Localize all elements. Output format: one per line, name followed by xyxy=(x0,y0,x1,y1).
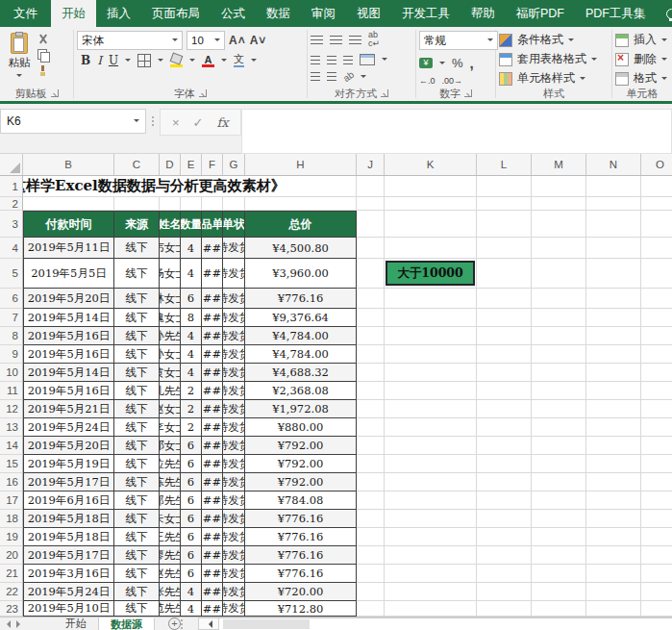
name-box[interactable]: K6 xyxy=(0,109,146,134)
cell[interactable] xyxy=(641,238,672,259)
table-cell[interactable]: ## xyxy=(202,510,223,528)
grow-font-button[interactable]: A˄ xyxy=(229,34,246,47)
cell[interactable] xyxy=(357,455,385,473)
table-cell[interactable]: 邓女士 xyxy=(160,437,181,455)
column-header[interactable]: B xyxy=(23,154,114,175)
table-cell[interactable]: 6 xyxy=(181,289,202,309)
table-cell[interactable]: 6 xyxy=(181,528,202,546)
cell[interactable] xyxy=(477,418,532,437)
cell[interactable] xyxy=(477,400,532,418)
cell[interactable] xyxy=(532,289,586,309)
shrink-font-button[interactable]: A˅ xyxy=(250,34,267,47)
cell[interactable] xyxy=(385,400,477,418)
table-cell[interactable]: 6 xyxy=(181,455,202,473)
cell[interactable] xyxy=(641,528,672,546)
table-cell[interactable]: 赵女士 xyxy=(160,400,181,418)
cell[interactable] xyxy=(532,510,586,528)
table-cell[interactable]: 2019年5月18日 xyxy=(23,510,114,528)
table-cell[interactable]: ## xyxy=(202,437,223,455)
bold-button[interactable]: B xyxy=(81,54,90,67)
cell[interactable] xyxy=(586,510,641,528)
column-header[interactable]: J xyxy=(357,154,385,175)
cell[interactable] xyxy=(641,546,672,565)
phonetic-guide-icon[interactable]: 文 xyxy=(234,54,244,67)
table-cell[interactable]: ¥776.16 xyxy=(245,510,357,528)
table-cell[interactable]: 赵先生 xyxy=(160,565,181,583)
table-cell[interactable]: ¥792.00 xyxy=(245,473,357,491)
cell[interactable] xyxy=(357,259,385,289)
cell[interactable] xyxy=(385,437,477,455)
cell[interactable] xyxy=(586,327,641,345)
cell[interactable] xyxy=(385,601,477,617)
table-cell[interactable]: 2 xyxy=(181,418,202,437)
table-cell[interactable]: ## xyxy=(202,289,223,309)
dialog-launcher-icon[interactable] xyxy=(464,89,472,97)
table-cell[interactable]: 2019年5月16日 xyxy=(23,345,114,364)
comma-style-icon[interactable]: , xyxy=(470,60,474,67)
font-size-select[interactable]: 10 xyxy=(187,31,225,50)
horizontal-scrollbar[interactable] xyxy=(219,617,672,630)
table-cell[interactable]: 待发货 xyxy=(223,327,245,345)
cell[interactable] xyxy=(532,309,586,327)
table-cell[interactable]: ¥3,960.00 xyxy=(245,259,357,289)
cell[interactable] xyxy=(586,473,641,491)
cell[interactable] xyxy=(532,437,586,455)
table-cell[interactable]: 2019年5月17日 xyxy=(23,473,114,491)
table-cell[interactable]: 待发货 xyxy=(223,528,245,546)
cell[interactable] xyxy=(641,418,672,437)
cell[interactable] xyxy=(586,437,641,455)
cell[interactable] xyxy=(385,382,477,400)
cell[interactable] xyxy=(245,197,357,211)
table-cell[interactable]: ¥2,368.08 xyxy=(245,382,357,400)
table-cell[interactable]: 黄女士 xyxy=(160,364,181,382)
cell[interactable] xyxy=(357,510,385,528)
table-cell[interactable]: 2019年5月14日 xyxy=(23,309,114,327)
table-header-cell[interactable]: 总价 xyxy=(245,211,357,238)
table-cell[interactable]: 4 xyxy=(181,583,202,601)
cell[interactable] xyxy=(385,528,477,546)
row-header[interactable]: 19 xyxy=(0,528,23,546)
row-header[interactable]: 22 xyxy=(0,583,23,601)
table-cell[interactable]: 线下 xyxy=(114,583,160,601)
cell[interactable] xyxy=(532,259,586,289)
cell[interactable] xyxy=(477,211,532,238)
column-header[interactable]: D xyxy=(160,154,181,175)
cell[interactable] xyxy=(586,289,641,309)
table-cell[interactable]: ## xyxy=(202,400,223,418)
table-cell[interactable]: ## xyxy=(202,345,223,364)
table-cell[interactable]: ## xyxy=(202,309,223,327)
cell[interactable] xyxy=(357,473,385,491)
cell[interactable] xyxy=(477,473,532,491)
table-cell[interactable]: 2019年5月17日 xyxy=(23,546,114,565)
table-header-cell[interactable]: 订单状态 xyxy=(223,211,245,238)
table-cell[interactable]: ## xyxy=(202,583,223,601)
cut-icon[interactable] xyxy=(37,34,48,44)
table-cell[interactable]: ¥792.00 xyxy=(245,455,357,473)
table-cell[interactable]: 线下 xyxy=(114,309,160,327)
table-cell[interactable]: 孙女士 xyxy=(160,345,181,364)
enter-icon[interactable]: ✓ xyxy=(193,115,204,130)
table-cell[interactable]: 6 xyxy=(181,565,202,583)
hscroll-left-button[interactable] xyxy=(198,617,219,630)
cell[interactable] xyxy=(532,528,586,546)
ribbon-tab[interactable]: PDF工具集 xyxy=(575,0,657,27)
cell[interactable] xyxy=(477,565,532,583)
table-cell[interactable]: ## xyxy=(202,238,223,259)
row-header[interactable]: 15 xyxy=(0,455,23,473)
cell[interactable] xyxy=(586,455,641,473)
cell[interactable] xyxy=(586,400,641,418)
cell[interactable] xyxy=(586,491,641,510)
table-cell[interactable]: ## xyxy=(202,382,223,400)
table-header-cell[interactable]: 付款时间 xyxy=(23,211,114,238)
cell[interactable] xyxy=(357,327,385,345)
cell[interactable] xyxy=(641,491,672,510)
table-cell[interactable]: 线下 xyxy=(114,327,160,345)
table-cell[interactable]: 线下 xyxy=(114,364,160,382)
cell[interactable] xyxy=(532,364,586,382)
table-cell[interactable]: 4 xyxy=(181,259,202,289)
table-header-cell[interactable]: 来源 xyxy=(114,211,160,238)
table-cell[interactable]: 2019年5月24日 xyxy=(23,418,114,437)
table-cell[interactable]: 2019年3月16日 xyxy=(23,565,114,583)
table-cell[interactable]: 待发货 xyxy=(223,491,245,510)
column-header[interactable]: C xyxy=(114,154,160,175)
